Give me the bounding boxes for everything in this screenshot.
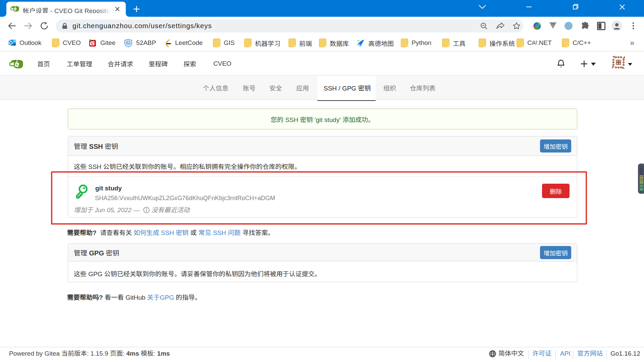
svg-text:52: 52 [127,41,130,44]
